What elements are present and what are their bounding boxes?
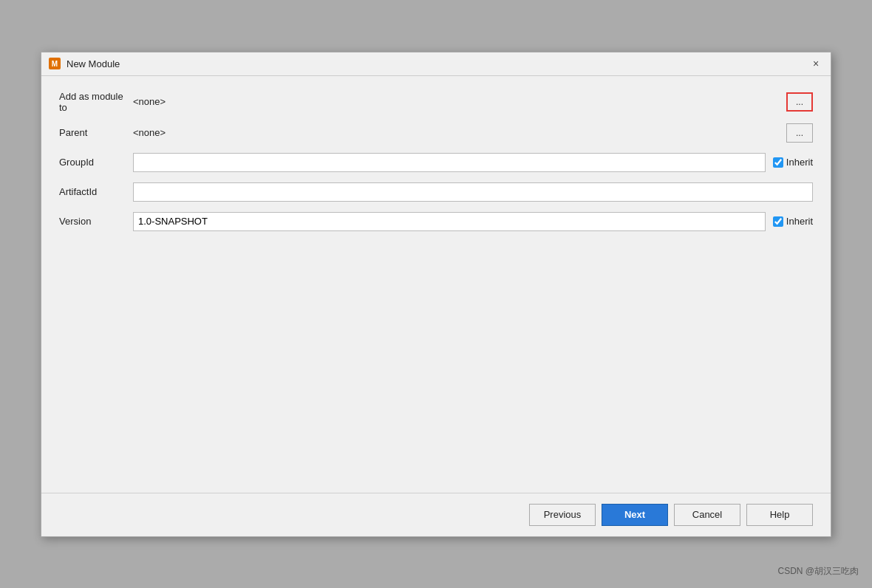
group-id-inherit-label: Inherit	[786, 157, 813, 168]
parent-row: Parent <none> ...	[59, 123, 813, 143]
artifact-id-input[interactable]	[133, 182, 813, 202]
help-button[interactable]: Help	[746, 504, 813, 526]
title-bar: M New Module ×	[41, 52, 831, 76]
add-as-module-label: Add as module to	[59, 91, 133, 113]
group-id-input-wrapper: Inherit	[133, 153, 813, 172]
dialog-spacer	[59, 242, 813, 478]
artifact-id-label: ArtifactId	[59, 186, 133, 197]
dialog-body: Add as module to <none> ... Parent <none…	[41, 76, 831, 493]
group-id-inherit-checkbox[interactable]	[773, 157, 783, 168]
module-icon: M	[49, 58, 61, 69]
dialog-footer: Previous Next Cancel Help	[41, 493, 831, 536]
group-id-inherit-wrap: Inherit	[773, 157, 813, 168]
dialog-new-module: M New Module × Add as module to <none> .…	[41, 52, 831, 537]
version-inherit-checkbox[interactable]	[773, 216, 783, 227]
parent-browse-button[interactable]: ...	[786, 123, 813, 143]
close-button[interactable]: ×	[808, 56, 823, 71]
dialog-title: New Module	[67, 58, 120, 69]
watermark-text: CSDN @胡汉三吃肉	[777, 565, 859, 578]
version-input[interactable]	[133, 212, 766, 231]
screen-background: M New Module × Add as module to <none> .…	[0, 0, 872, 588]
group-id-label: GroupId	[59, 157, 133, 168]
cancel-button[interactable]: Cancel	[674, 504, 740, 526]
add-as-module-browse-button[interactable]: ...	[786, 92, 813, 112]
version-inherit-wrap: Inherit	[773, 216, 813, 227]
add-as-module-value: <none>	[133, 96, 782, 107]
version-inherit-label: Inherit	[786, 216, 813, 227]
artifact-id-row: ArtifactId	[59, 182, 813, 202]
next-button[interactable]: Next	[602, 504, 668, 526]
parent-label: Parent	[59, 127, 133, 138]
version-label: Version	[59, 216, 133, 227]
parent-value: <none>	[133, 127, 782, 138]
version-row: Version Inherit	[59, 212, 813, 231]
group-id-row: GroupId Inherit	[59, 153, 813, 172]
version-input-wrapper: Inherit	[133, 212, 813, 231]
artifact-id-input-wrapper	[133, 182, 813, 202]
add-as-module-row: Add as module to <none> ...	[59, 91, 813, 113]
previous-button[interactable]: Previous	[529, 504, 596, 526]
group-id-input[interactable]	[133, 153, 766, 172]
